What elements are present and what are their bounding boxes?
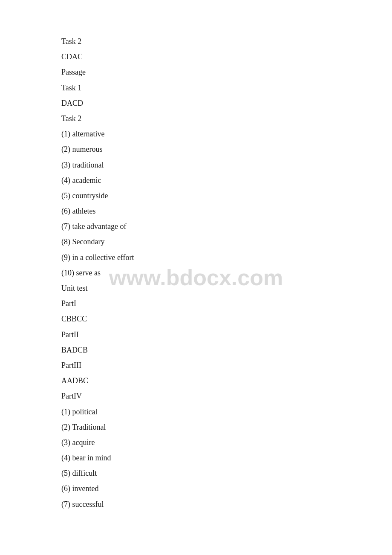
list-item: (1) political — [61, 405, 392, 419]
list-item: (8) Secondary — [61, 234, 392, 249]
list-item: Task 2 — [61, 111, 392, 126]
list-item: Unit test — [61, 281, 392, 295]
list-item: (4) academic — [61, 173, 392, 188]
list-item: (2) Traditional — [61, 420, 392, 434]
list-item: (4) bear in mind — [61, 451, 392, 465]
list-item: (1) alternative — [61, 127, 392, 141]
list-item: CBBCC — [61, 312, 392, 326]
list-item: (6) athletes — [61, 204, 392, 218]
list-item: Task 2 — [61, 34, 392, 49]
list-item: (3) traditional — [61, 158, 392, 172]
list-item: PartII — [61, 327, 392, 342]
list-item: AADBC — [61, 373, 392, 388]
list-item: (9) in a collective effort — [61, 250, 392, 265]
list-item: (6) invented — [61, 481, 392, 496]
main-content: Task 2CDACPassageTask 1DACDTask 2(1) alt… — [0, 0, 392, 546]
list-item: Task 1 — [61, 81, 392, 95]
list-item: CDAC — [61, 49, 392, 64]
list-item: (2) numerous — [61, 142, 392, 156]
list-item: (10) serve as — [61, 266, 392, 280]
list-item: BADCB — [61, 343, 392, 357]
list-item: (5) countryside — [61, 188, 392, 203]
list-item: DACD — [61, 96, 392, 110]
list-item: (3) acquire — [61, 435, 392, 450]
list-item: (7) successful — [61, 497, 392, 512]
list-item: PartI — [61, 296, 392, 311]
list-item: PartIII — [61, 358, 392, 373]
list-item: (5) difficult — [61, 466, 392, 480]
list-item: Passage — [61, 65, 392, 79]
list-item: PartIV — [61, 389, 392, 403]
list-item: (7) take advantage of — [61, 219, 392, 234]
